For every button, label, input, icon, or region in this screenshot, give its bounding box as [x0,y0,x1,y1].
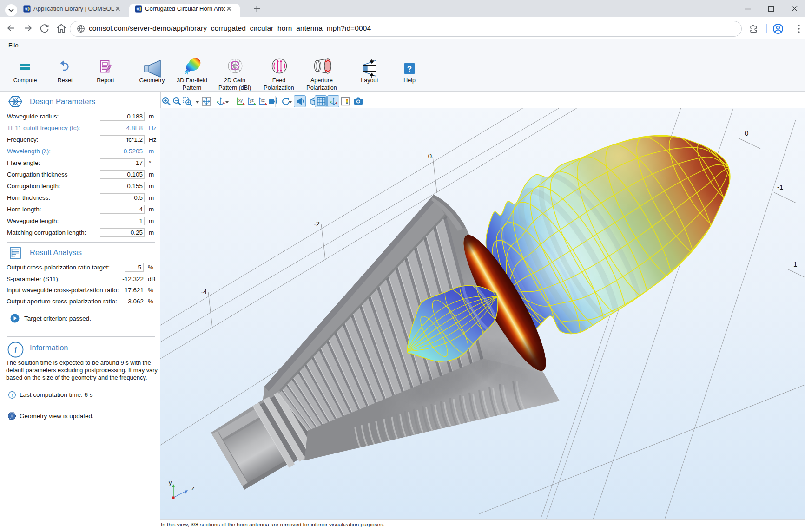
svg-text:1: 1 [793,260,797,268]
svg-text:z: z [191,485,195,492]
svg-text:-2: -2 [314,220,320,228]
svg-text:-4: -4 [201,288,207,296]
svg-text:0: 0 [745,129,748,137]
svg-text:i: i [14,344,17,355]
svg-text:i: i [12,393,13,398]
svg-text:-1: -1 [777,183,783,191]
svg-text:xy: xy [238,98,243,103]
svg-text:yz: yz [250,98,254,103]
svg-text:?: ? [407,65,412,73]
svg-text:0: 0 [428,152,432,160]
svg-text:xz: xz [261,98,265,103]
svg-text:y: y [169,479,172,486]
